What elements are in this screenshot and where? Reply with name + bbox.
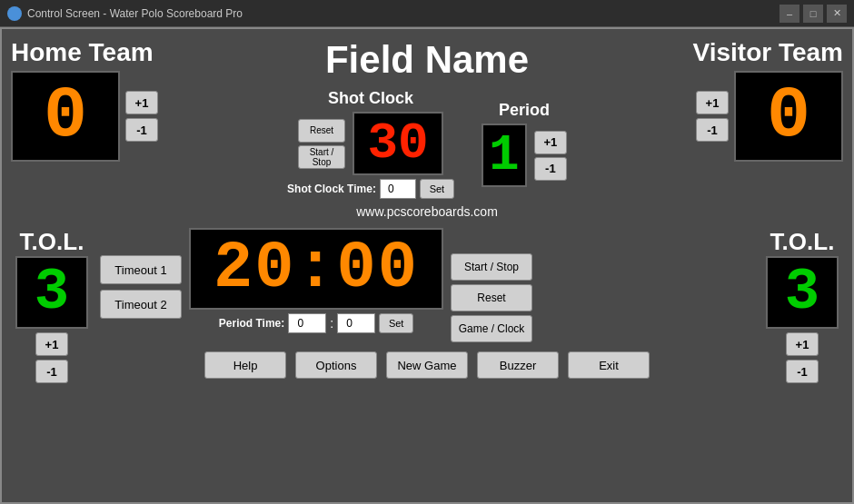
home-score-minus[interactable]: -1 [125, 118, 158, 142]
shot-clock-set[interactable]: Set [420, 179, 454, 199]
visitor-tol-label: T.O.L. [770, 228, 835, 256]
period-inner: 1 +1 -1 [482, 124, 567, 187]
period-value: 1 [489, 130, 520, 181]
home-tol-section: T.O.L. 3 +1 -1 [11, 228, 93, 383]
period-section: Period 1 +1 -1 [482, 101, 567, 187]
home-score-buttons: +1 -1 [125, 91, 158, 142]
home-tol-minus[interactable]: -1 [35, 360, 68, 383]
shot-period-row: Shot Clock Reset Start / Stop 30 Shot Cl… [287, 89, 567, 199]
game-clock-controls: Start / Stop Reset Game / Clock [451, 253, 532, 342]
period-seconds-input[interactable] [337, 313, 375, 333]
game-clock-display: 20:00 [189, 228, 443, 310]
visitor-score-plus[interactable]: +1 [696, 91, 729, 114]
period-time-set[interactable]: Set [379, 313, 413, 333]
shot-clock-section: Shot Clock Reset Start / Stop 30 Shot Cl… [287, 89, 454, 199]
close-button[interactable]: ✕ [827, 5, 847, 23]
visitor-score-box: 0 [734, 71, 843, 162]
period-controls: +1 -1 [534, 131, 567, 181]
game-clock-reset[interactable]: Reset [451, 284, 532, 311]
shot-clock-display: 30 [353, 112, 443, 175]
visitor-score-buttons: +1 -1 [696, 91, 729, 142]
shot-clock-value: 30 [367, 118, 428, 169]
period-display: 1 [482, 124, 527, 187]
visitor-team-section: Visitor Team +1 -1 0 [589, 38, 843, 162]
visitor-tol-plus[interactable]: +1 [786, 332, 819, 356]
visitor-tol-minus[interactable]: -1 [786, 360, 819, 383]
home-team-name: Home Team [11, 38, 154, 67]
shot-clock-inner: Reset Start / Stop 30 [298, 112, 443, 175]
period-minus[interactable]: -1 [534, 157, 567, 181]
visitor-tol-section: T.O.L. 3 +1 -1 [761, 228, 843, 383]
period-time-label: Period Time: [219, 317, 284, 330]
footer-buttons: Help Options New Game Buzzer Exit [204, 351, 650, 379]
home-score: 0 [44, 80, 87, 153]
period-time-row: Period Time: : Set [219, 313, 413, 333]
visitor-team-name: Visitor Team [693, 38, 843, 67]
minimize-button[interactable]: – [780, 5, 799, 23]
shot-clock-controls: Reset Start / Stop [298, 119, 345, 169]
new-game-button[interactable]: New Game [386, 351, 468, 379]
home-score-box: 0 [11, 71, 120, 162]
maximize-button[interactable]: □ [803, 5, 823, 23]
main-content: Home Team 0 +1 -1 Field Name Shot Clock [0, 27, 854, 504]
home-tol-box: 3 [15, 256, 88, 329]
game-clock-area: 20:00 Period Time: : Set [189, 228, 443, 333]
visitor-tol-box: 3 [766, 256, 839, 329]
center-bottom: Timeout 1 Timeout 2 20:00 Period Time: :… [100, 228, 754, 379]
top-row: Home Team 0 +1 -1 Field Name Shot Clock [11, 38, 843, 222]
shot-clock-reset[interactable]: Reset [298, 119, 345, 143]
time-colon: : [330, 316, 333, 331]
home-tol-value: 3 [35, 263, 69, 321]
shot-clock-time-input[interactable] [380, 179, 416, 199]
visitor-tol-value: 3 [785, 263, 819, 321]
options-button[interactable]: Options [295, 351, 377, 379]
shot-clock-label: Shot Clock [328, 89, 413, 108]
app-icon [7, 6, 22, 21]
timeout-buttons: Timeout 1 Timeout 2 [100, 255, 182, 319]
home-score-plus[interactable]: +1 [125, 91, 158, 114]
game-clock-button[interactable]: Game / Clock [451, 315, 532, 342]
buzzer-button[interactable]: Buzzer [477, 351, 559, 379]
shot-clock-time-row: Shot Clock Time: Set [287, 179, 454, 199]
visitor-tol-buttons: +1 -1 [786, 332, 819, 383]
help-button[interactable]: Help [204, 351, 286, 379]
visitor-score-row: +1 -1 0 [696, 71, 843, 162]
visitor-score-minus[interactable]: -1 [696, 118, 729, 142]
title-bar-text: Control Screen - Water Polo Scoreboard P… [27, 7, 780, 20]
shot-clock-time-label: Shot Clock Time: [287, 183, 376, 195]
period-plus[interactable]: +1 [534, 131, 567, 154]
visitor-score: 0 [767, 80, 810, 153]
home-tol-label: T.O.L. [20, 228, 84, 256]
timeout1-button[interactable]: Timeout 1 [100, 255, 182, 284]
title-bar: Control Screen - Water Polo Scoreboard P… [0, 0, 854, 27]
period-minutes-input[interactable] [288, 313, 326, 333]
exit-button[interactable]: Exit [568, 351, 650, 379]
home-score-row: 0 +1 -1 [11, 71, 158, 162]
timeout2-button[interactable]: Timeout 2 [100, 290, 182, 319]
center-section: Field Name Shot Clock Reset Start / Stop… [265, 38, 589, 222]
website-url: www.pcscoreboards.com [356, 204, 498, 219]
timeout-game-row: Timeout 1 Timeout 2 20:00 Period Time: :… [100, 228, 754, 342]
window-controls: – □ ✕ [780, 5, 847, 23]
bottom-section: T.O.L. 3 +1 -1 Timeout 1 Timeout 2 [11, 228, 843, 383]
home-team-section: Home Team 0 +1 -1 [11, 38, 265, 162]
game-clock-start-stop[interactable]: Start / Stop [451, 253, 532, 281]
home-tol-plus[interactable]: +1 [35, 332, 68, 356]
home-tol-buttons: +1 -1 [35, 332, 68, 383]
field-name: Field Name [325, 38, 529, 82]
game-clock-value: 20:00 [214, 236, 419, 301]
shot-clock-start-stop[interactable]: Start / Stop [298, 145, 345, 169]
period-label: Period [499, 101, 550, 120]
